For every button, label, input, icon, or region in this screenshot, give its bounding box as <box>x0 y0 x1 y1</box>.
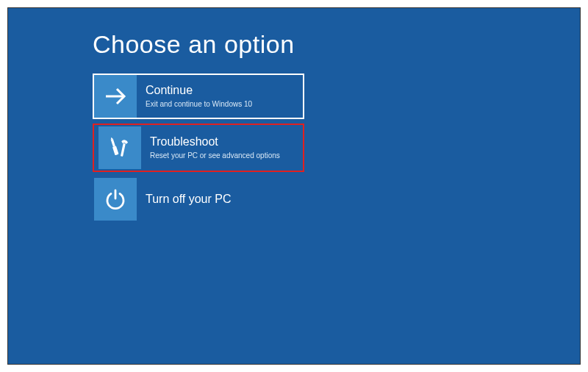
option-troubleshoot-text: Troubleshoot Reset your PC or see advanc… <box>141 135 280 161</box>
tools-icon <box>98 126 141 169</box>
option-continue-desc: Exit and continue to Windows 10 <box>146 99 252 110</box>
option-continue-title: Continue <box>146 83 252 99</box>
page-title: Choose an option <box>93 30 580 59</box>
winre-screen: Choose an option Continue Exit and conti… <box>7 7 581 365</box>
option-troubleshoot[interactable]: Troubleshoot Reset your PC or see advanc… <box>93 124 304 172</box>
svg-rect-4 <box>121 143 126 157</box>
svg-rect-1 <box>111 139 115 146</box>
option-continue-text: Continue Exit and continue to Windows 10 <box>137 83 252 110</box>
option-troubleshoot-desc: Reset your PC or see advanced options <box>150 151 280 161</box>
option-turnoff[interactable]: Turn off your PC <box>93 176 304 222</box>
options-list: Continue Exit and continue to Windows 10 <box>93 74 580 222</box>
power-icon <box>94 178 137 221</box>
option-continue[interactable]: Continue Exit and continue to Windows 10 <box>93 74 304 119</box>
arrow-right-icon <box>94 75 137 118</box>
option-turnoff-title: Turn off your PC <box>146 192 232 207</box>
content-area: Choose an option Continue Exit and conti… <box>8 8 580 222</box>
svg-rect-2 <box>112 146 119 155</box>
option-turnoff-text: Turn off your PC <box>137 192 232 207</box>
option-troubleshoot-title: Troubleshoot <box>150 135 280 150</box>
